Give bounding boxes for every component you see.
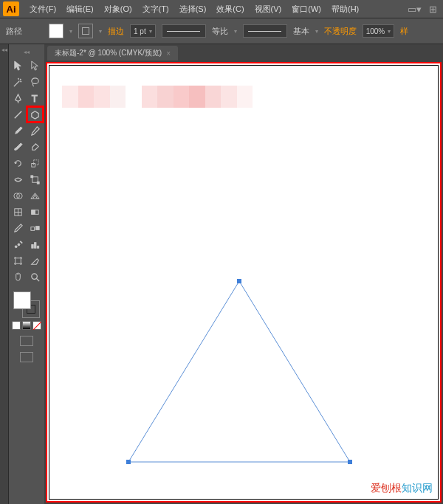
column-graph-tool[interactable] bbox=[27, 237, 43, 252]
chevron-down-icon[interactable]: ▾ bbox=[234, 28, 237, 35]
chevron-down-icon[interactable]: ▾ bbox=[315, 28, 318, 35]
width-tool[interactable] bbox=[10, 172, 26, 187]
menu-text[interactable]: 文字(T) bbox=[138, 2, 174, 16]
fill-stroke-indicator[interactable] bbox=[13, 291, 40, 318]
panel-collapse-strip[interactable]: ◂◂ bbox=[0, 44, 9, 504]
canvas[interactable]: 爱刨根知识网 bbox=[46, 62, 442, 503]
polygon-tool[interactable] bbox=[27, 107, 43, 122]
svg-rect-23 bbox=[16, 258, 21, 263]
draw-mode-normal[interactable] bbox=[20, 336, 33, 346]
pen-tool[interactable] bbox=[10, 91, 26, 106]
mesh-tool[interactable] bbox=[10, 204, 26, 219]
fill-dropdown-icon[interactable]: ▾ bbox=[69, 28, 72, 35]
menu-help[interactable]: 帮助(H) bbox=[327, 2, 363, 16]
document-tab-title: 未标题-2* @ 100% (CMYK/预览) bbox=[55, 48, 162, 58]
scale-label: 等比 bbox=[212, 26, 228, 37]
chevron-down-icon: ▾ bbox=[388, 28, 391, 35]
svg-marker-3 bbox=[32, 111, 38, 118]
svg-rect-7 bbox=[31, 175, 33, 177]
magic-wand-tool[interactable] bbox=[10, 75, 26, 89]
svg-rect-21 bbox=[35, 242, 36, 248]
fill-color-box[interactable] bbox=[13, 291, 31, 309]
watermark: 爱刨根知识网 bbox=[371, 482, 433, 495]
menu-edit[interactable]: 编辑(E) bbox=[62, 2, 98, 16]
svg-point-0 bbox=[32, 77, 38, 83]
svg-point-18 bbox=[15, 245, 17, 247]
rotate-tool[interactable] bbox=[10, 156, 26, 170]
scale-tool[interactable] bbox=[27, 156, 43, 170]
eraser-tool[interactable] bbox=[27, 139, 43, 154]
fill-color-swatch[interactable] bbox=[49, 24, 63, 38]
color-mode-none[interactable] bbox=[32, 321, 41, 330]
search-icon[interactable]: ⊞ bbox=[426, 4, 440, 15]
svg-marker-26 bbox=[128, 281, 350, 462]
document-tab-bar: 未标题-2* @ 100% (CMYK/预览) × bbox=[44, 44, 443, 61]
type-tool[interactable]: T bbox=[27, 91, 43, 106]
direct-selection-tool[interactable] bbox=[27, 58, 43, 73]
triangle-shape[interactable] bbox=[121, 277, 357, 472]
menu-bar: Ai 文件(F) 编辑(E) 对象(O) 文字(T) 选择(S) 效果(C) 视… bbox=[0, 0, 443, 18]
zoom-tool[interactable] bbox=[27, 269, 43, 284]
workspace-switcher-icon[interactable]: ▭▾ bbox=[405, 4, 425, 15]
app-icon: Ai bbox=[3, 1, 19, 16]
stroke-weight-input[interactable]: 1 pt ▾ bbox=[130, 24, 156, 38]
svg-rect-16 bbox=[31, 227, 35, 230]
control-bar: 路径 ▾ ▾ 描边 1 pt ▾ 等比 ▾ 基本 ▾ 不透明度 100% ▾ 样 bbox=[0, 18, 443, 44]
tab-close-icon[interactable]: × bbox=[166, 49, 171, 58]
shape-builder-tool[interactable] bbox=[10, 188, 26, 203]
hand-tool[interactable] bbox=[10, 269, 26, 284]
svg-rect-17 bbox=[35, 226, 39, 229]
opacity-input[interactable]: 100% ▾ bbox=[363, 24, 395, 38]
menu-select[interactable]: 选择(S) bbox=[175, 2, 211, 16]
brush-definition-dropdown[interactable] bbox=[243, 24, 287, 38]
toolbox: ◂◂ T bbox=[9, 44, 44, 504]
document-tab[interactable]: 未标题-2* @ 100% (CMYK/预览) × bbox=[47, 46, 178, 61]
gradient-tool[interactable] bbox=[27, 204, 43, 219]
svg-rect-28 bbox=[348, 460, 352, 464]
style-label[interactable]: 样 bbox=[400, 26, 408, 37]
panel-toggle-icon[interactable]: ◂◂ bbox=[0, 44, 8, 55]
selection-tool[interactable] bbox=[10, 58, 26, 73]
stroke-profile-dropdown[interactable] bbox=[162, 24, 206, 38]
svg-rect-20 bbox=[32, 244, 33, 248]
svg-rect-29 bbox=[126, 460, 131, 464]
stroke-weight-value: 1 pt bbox=[134, 27, 146, 35]
color-mode-solid[interactable] bbox=[12, 321, 21, 330]
menu-window[interactable]: 窗口(W) bbox=[287, 2, 326, 16]
svg-line-25 bbox=[36, 278, 39, 281]
menu-view[interactable]: 视图(V) bbox=[250, 2, 286, 16]
svg-rect-8 bbox=[37, 182, 39, 184]
svg-rect-15 bbox=[32, 210, 35, 214]
chevron-down-icon: ▾ bbox=[149, 28, 152, 35]
symbol-sprayer-tool[interactable] bbox=[10, 237, 26, 252]
svg-rect-22 bbox=[37, 246, 38, 248]
free-transform-tool[interactable] bbox=[27, 172, 43, 187]
perspective-grid-tool[interactable] bbox=[27, 188, 43, 203]
screen-mode[interactable] bbox=[20, 352, 33, 362]
menu-file[interactable]: 文件(F) bbox=[25, 2, 61, 16]
lasso-tool[interactable] bbox=[27, 75, 43, 89]
opacity-value: 100% bbox=[366, 27, 385, 35]
pencil-tool[interactable] bbox=[27, 123, 43, 138]
eyedropper-tool[interactable] bbox=[10, 221, 26, 235]
menu-object[interactable]: 对象(O) bbox=[100, 2, 137, 16]
paintbrush-tool[interactable] bbox=[10, 123, 26, 138]
slice-tool[interactable] bbox=[27, 253, 43, 268]
blend-tool[interactable] bbox=[27, 221, 43, 235]
basic-label: 基本 bbox=[293, 26, 309, 37]
blob-brush-tool[interactable] bbox=[10, 139, 26, 154]
artboard-tool[interactable] bbox=[10, 253, 26, 268]
toolbox-toggle-icon[interactable]: ◂◂ bbox=[10, 47, 43, 57]
watermark-brand: 爱刨根 bbox=[371, 482, 402, 494]
svg-rect-27 bbox=[237, 279, 241, 283]
opacity-label[interactable]: 不透明度 bbox=[324, 26, 357, 37]
svg-rect-5 bbox=[34, 159, 39, 165]
menu-effect[interactable]: 效果(C) bbox=[212, 2, 248, 16]
line-tool[interactable] bbox=[10, 107, 26, 122]
selection-type-label: 路径 bbox=[6, 26, 22, 37]
stroke-dropdown-icon[interactable]: ▾ bbox=[99, 28, 102, 35]
stroke-label[interactable]: 描边 bbox=[108, 26, 124, 37]
svg-text:T: T bbox=[32, 93, 38, 104]
stroke-color-swatch[interactable] bbox=[78, 24, 93, 38]
color-mode-gradient[interactable] bbox=[22, 321, 31, 330]
